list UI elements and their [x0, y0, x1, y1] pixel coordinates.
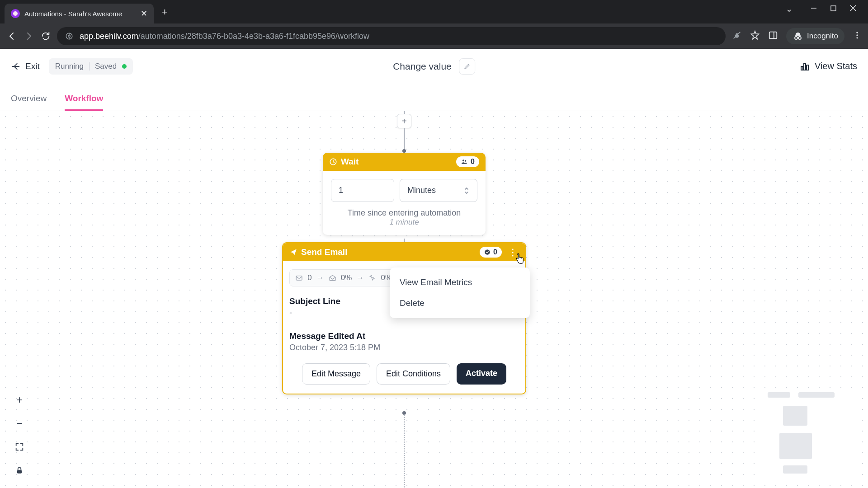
email-context-menu: View Email Metrics Delete: [390, 267, 530, 318]
email-node-title: Send Email: [301, 247, 347, 257]
wait-count: 0: [471, 158, 475, 166]
extensions-blocked-icon[interactable]: [732, 30, 742, 42]
saved-indicator-dot: [122, 64, 127, 69]
page-title: Change value: [393, 61, 452, 72]
svg-point-13: [798, 37, 801, 39]
menu-delete[interactable]: Delete: [390, 293, 530, 314]
svg-rect-25: [296, 276, 302, 280]
envelope-open-icon: [329, 274, 336, 282]
activate-button[interactable]: Activate: [457, 363, 506, 385]
tab-title: Automations - Sarah's Awesome: [24, 10, 136, 18]
svg-point-24: [485, 249, 490, 255]
svg-point-15: [856, 32, 858, 33]
email-count-badge[interactable]: 0: [480, 247, 502, 258]
new-tab-button[interactable]: +: [162, 6, 168, 18]
wait-node-title: Wait: [341, 157, 359, 167]
tab-workflow[interactable]: Workflow: [65, 94, 103, 111]
email-metrics-row[interactable]: 0 → 0% → 0%: [289, 269, 398, 286]
exit-label: Exit: [25, 61, 40, 71]
side-panel-icon[interactable]: [768, 30, 778, 42]
minimap-node: [783, 406, 807, 426]
tab-favicon: [11, 9, 20, 18]
url-text: app.beehiiv.com/automations/28fb3a76-b0a…: [80, 32, 717, 41]
close-tab-icon[interactable]: ✕: [141, 9, 147, 19]
check-circle-icon: [484, 249, 491, 255]
menu-view-metrics[interactable]: View Email Metrics: [390, 272, 530, 293]
email-count: 0: [493, 248, 497, 256]
wait-count-badge[interactable]: 0: [456, 156, 479, 167]
envelope-icon: [295, 274, 303, 282]
email-more-button[interactable]: ⋮: [506, 247, 519, 258]
arrow-icon: →: [356, 273, 364, 282]
stepper-icon: [463, 187, 470, 195]
exit-button[interactable]: Exit: [11, 61, 40, 71]
close-window-button[interactable]: [850, 5, 856, 13]
svg-rect-18: [801, 66, 803, 70]
minimap-node: [779, 433, 812, 459]
status-pill: Running Saved: [49, 58, 133, 75]
metric-sent: 0: [307, 273, 311, 282]
wait-unit-value: Minutes: [407, 186, 436, 195]
status-saved: Saved: [95, 62, 117, 71]
incognito-label: Incognito: [807, 32, 838, 41]
svg-point-5: [68, 35, 71, 38]
svg-point-23: [465, 160, 466, 161]
minimap-node: [768, 392, 790, 398]
send-icon: [289, 248, 297, 256]
incognito-indicator[interactable]: Incognito: [786, 28, 844, 44]
browser-menu-icon[interactable]: [853, 31, 862, 42]
minimap[interactable]: [755, 389, 859, 479]
view-stats-label: View Stats: [815, 61, 857, 71]
svg-rect-10: [769, 32, 777, 39]
workflow-canvas[interactable]: + Wait 0 1 Minutes: [0, 111, 868, 488]
svg-rect-19: [804, 64, 806, 70]
arrow-left-icon: [11, 61, 21, 71]
wait-description: Time since entering automation: [331, 208, 477, 218]
wait-duration-input[interactable]: 1: [331, 179, 394, 202]
svg-rect-20: [807, 65, 808, 70]
edited-at-label: Message Edited At: [289, 331, 519, 341]
users-icon: [461, 158, 468, 165]
view-stats-button[interactable]: View Stats: [799, 61, 857, 72]
svg-point-12: [795, 37, 797, 39]
reload-button[interactable]: [41, 31, 51, 41]
bookmark-icon[interactable]: [750, 30, 760, 42]
minimap-node: [798, 392, 835, 398]
pencil-icon: [463, 63, 471, 70]
tab-search-icon[interactable]: ⌄: [786, 4, 793, 14]
arrow-icon: →: [316, 273, 324, 282]
tab-overview[interactable]: Overview: [11, 94, 47, 111]
cursor-click-icon: [368, 274, 376, 282]
connector-dotted: [404, 414, 405, 488]
svg-point-22: [462, 160, 464, 161]
incognito-icon: [793, 31, 803, 42]
edited-at-value: October 7, 2023 5:18 PM: [289, 343, 519, 352]
minimize-button[interactable]: [811, 5, 817, 13]
minimap-node: [783, 465, 807, 474]
svg-point-17: [856, 37, 858, 38]
address-bar[interactable]: app.beehiiv.com/automations/28fb3a76-b0a…: [57, 27, 726, 45]
status-divider: [89, 62, 90, 70]
wait-detail: 1 minute: [331, 218, 477, 227]
bar-chart-icon: [799, 61, 810, 72]
lock-button[interactable]: [11, 462, 28, 479]
wait-node[interactable]: Wait 0 1 Minutes Time since entering aut…: [323, 153, 486, 235]
zoom-out-button[interactable]: −: [11, 415, 28, 432]
fit-view-button[interactable]: [11, 438, 28, 455]
send-email-node[interactable]: Send Email 0 ⋮ 0 → 0% →: [282, 242, 526, 394]
browser-tab[interactable]: Automations - Sarah's Awesome ✕: [5, 4, 154, 23]
zoom-in-button[interactable]: +: [11, 391, 28, 408]
maximize-button[interactable]: [830, 5, 836, 13]
clock-icon: [329, 158, 337, 166]
forward-button[interactable]: [24, 31, 34, 42]
edit-conditions-button[interactable]: Edit Conditions: [377, 363, 450, 385]
svg-rect-1: [831, 6, 836, 11]
site-info-icon[interactable]: [65, 32, 73, 40]
back-button[interactable]: [6, 31, 17, 42]
edit-title-button[interactable]: [459, 58, 475, 75]
svg-point-16: [856, 34, 858, 36]
add-step-button[interactable]: +: [397, 114, 411, 128]
svg-rect-26: [17, 470, 22, 474]
edit-message-button[interactable]: Edit Message: [302, 363, 370, 385]
wait-unit-select[interactable]: Minutes: [400, 179, 477, 202]
